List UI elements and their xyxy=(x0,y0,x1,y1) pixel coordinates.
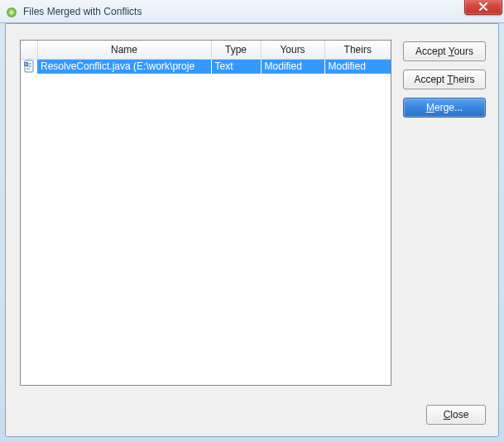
cell-name: ResolveConflict.java (E:\work\proje xyxy=(37,59,211,74)
cell-theirs: Modified xyxy=(324,59,391,74)
file-type-icon xyxy=(21,59,37,74)
app-icon xyxy=(5,5,18,18)
button-label: Merge... xyxy=(426,102,463,113)
cell-yours: Modified xyxy=(261,59,324,74)
titlebar: Files Merged with Conflicts xyxy=(0,0,504,23)
cell-type: Text xyxy=(211,59,261,74)
column-header-icon[interactable] xyxy=(21,41,37,59)
table-row[interactable]: ResolveConflict.java (E:\work\proje Text… xyxy=(21,59,391,74)
window-close-button[interactable] xyxy=(464,0,502,15)
button-label: Close xyxy=(444,409,469,420)
window-title: Files Merged with Conflicts xyxy=(23,6,142,17)
window-body: Name Type Yours Theirs xyxy=(5,23,499,437)
side-button-panel: Accept Yours Accept Theirs Merge... xyxy=(403,40,486,393)
button-label: Accept Theirs xyxy=(414,74,474,85)
column-header-name[interactable]: Name xyxy=(37,41,211,59)
accept-yours-button[interactable]: Accept Yours xyxy=(403,41,486,61)
conflicts-table[interactable]: Name Type Yours Theirs xyxy=(20,40,391,386)
accept-theirs-button[interactable]: Accept Theirs xyxy=(403,70,486,89)
column-header-theirs[interactable]: Theirs xyxy=(324,41,391,59)
column-header-type[interactable]: Type xyxy=(211,41,261,59)
close-button[interactable]: Close xyxy=(426,405,486,425)
content-row: Name Type Yours Theirs xyxy=(20,40,486,393)
button-label: Accept Yours xyxy=(415,46,473,57)
column-header-yours[interactable]: Yours xyxy=(261,41,324,59)
svg-point-2 xyxy=(10,10,13,13)
merge-button[interactable]: Merge... xyxy=(403,98,486,118)
footer: Close xyxy=(20,405,486,425)
